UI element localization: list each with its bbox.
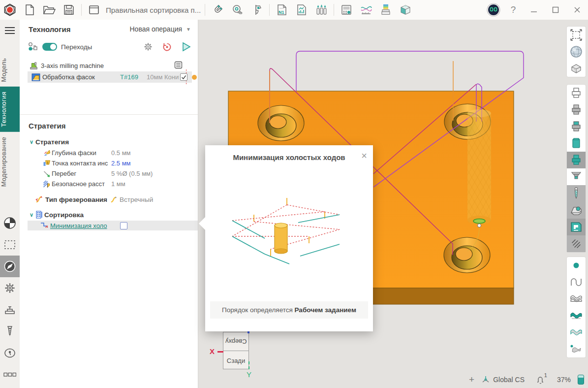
fit-view-button[interactable]	[567, 27, 586, 43]
collapse-chevron-icon[interactable]: ∨	[28, 212, 35, 218]
operation-checkbox[interactable]	[180, 73, 187, 81]
view-cube-dot	[248, 331, 249, 333]
milling-type-row[interactable]: Тип фрезерования Встречный	[20, 193, 198, 206]
open-file-button[interactable]	[39, 1, 59, 19]
tab-technology[interactable]: Технология	[0, 87, 20, 132]
compass-tool-icon[interactable]	[0, 256, 20, 277]
iso-view-box-button[interactable]	[567, 60, 586, 77]
close-button[interactable]	[566, 1, 588, 19]
more-options-icon[interactable]	[0, 364, 20, 386]
shaded-view-globe-button[interactable]	[567, 43, 586, 60]
stock-empty-button[interactable]	[567, 85, 586, 101]
ai-assistant-button[interactable]	[484, 1, 503, 19]
right-rail	[565, 20, 588, 388]
minimize-idle-moves-checkbox[interactable]	[120, 222, 127, 229]
toolbar-separator	[269, 4, 270, 16]
flag-teal-button[interactable]	[567, 307, 586, 324]
popup-footer-text: Порядок определяется	[222, 306, 293, 314]
view-top-label: Сверху	[225, 338, 247, 345]
stock-cone-button[interactable]	[567, 168, 586, 185]
fixture-part-button[interactable]	[567, 202, 586, 219]
point-marker-button[interactable]	[567, 257, 586, 274]
popup-close-icon[interactable]: ×	[361, 150, 367, 162]
drill-tool-button[interactable]	[567, 185, 586, 202]
param-overrun[interactable]: Перебег 5 %Ø (0.5 мм)	[20, 168, 198, 179]
axis-x-label: X	[210, 347, 215, 356]
quadrant-circle-icon[interactable]	[0, 212, 20, 234]
save-file-button[interactable]	[59, 1, 79, 19]
caliper-button[interactable]	[247, 1, 267, 19]
contact-point-icon	[42, 160, 52, 167]
param-label: Перебег	[52, 170, 111, 177]
transitions-toggle[interactable]	[42, 43, 57, 51]
calculator-button[interactable]	[337, 1, 356, 19]
run-simulation-play-icon[interactable]	[181, 42, 191, 52]
status-bar: + Global CS 1 37%	[469, 374, 584, 385]
machine-simulation-button[interactable]	[567, 219, 586, 235]
notifications-button[interactable]: 1	[535, 375, 545, 385]
tool-bit-icon[interactable]	[0, 321, 20, 342]
nc-program-button[interactable]: N1	[272, 1, 292, 19]
stock-selected-button[interactable]	[567, 152, 586, 168]
technology-panel: Технология Новая операция ▼ Переходы 3-a…	[20, 20, 198, 388]
collapse-chevron-icon[interactable]: ∨	[28, 139, 35, 145]
coordinate-system-selector[interactable]: Global CS	[481, 375, 525, 384]
app-logo-icon[interactable]	[0, 1, 20, 19]
machine-tree-row[interactable]: 3-axis milling machine	[20, 60, 198, 71]
selection-frame-icon[interactable]	[0, 234, 20, 256]
app-window: { "topbar": { "doc_title": "Правильная с…	[0, 0, 588, 388]
view-back-face[interactable]: Сзади	[223, 351, 248, 370]
gauge-icon[interactable]	[0, 342, 20, 364]
settings-gear-icon[interactable]	[0, 277, 20, 299]
measure-tape-button[interactable]	[227, 1, 247, 19]
view-cube[interactable]: Сверху Сзади	[223, 332, 249, 369]
strategy-group-row[interactable]: ∨ Стратегия	[20, 136, 198, 148]
help-button[interactable]: ?	[503, 1, 523, 19]
minimize-idle-moves-link[interactable]: Минимизация холо	[50, 222, 107, 229]
strategy-group-label: Стратегия	[35, 138, 69, 146]
document-title[interactable]: Правильная сортировка п...	[106, 6, 202, 14]
stock-box-button[interactable]	[396, 1, 415, 19]
report-chart-button[interactable]	[292, 1, 311, 19]
stock-gray-button[interactable]	[567, 101, 586, 118]
machining-graph-button[interactable]	[356, 1, 376, 19]
operation-tree-row[interactable]: Обработка фасок T#169 10мм Конич	[28, 71, 192, 83]
param-chamfer-depth[interactable]: Глубина фаски 0.5 мм	[20, 148, 198, 158]
view-back-label: Сзади	[227, 357, 245, 364]
sorting-group-row[interactable]: ∨ Сортировка	[20, 209, 198, 221]
tab-model[interactable]: Модель	[0, 53, 20, 87]
param-contact-point[interactable]: Точка контакта инс 2.5 мм	[20, 158, 198, 168]
recalculate-icon[interactable]	[162, 42, 172, 52]
document-tab-icon[interactable]	[84, 1, 104, 19]
minimize-idle-moves-row[interactable]: Минимизация холо	[28, 221, 198, 230]
maximize-button[interactable]	[545, 1, 566, 19]
curve-button[interactable]	[567, 274, 586, 291]
operation-tool-name: 10мм Конич	[147, 73, 179, 81]
milling-type-icon	[34, 195, 43, 204]
svg-text:N1: N1	[279, 10, 284, 15]
milling-type-label: Тип фрезерования	[45, 196, 107, 203]
flag-gray-teal-button[interactable]	[567, 324, 586, 341]
stock-teal-top-button[interactable]	[567, 118, 586, 135]
view-top-face[interactable]: Сверху	[223, 332, 248, 351]
magnet-snap-button[interactable]	[208, 1, 227, 19]
operation-list-icon[interactable]	[174, 61, 183, 69]
operation-settings-gear-icon[interactable]	[143, 42, 153, 52]
param-safe-distance[interactable]: Безопасное расст 1 мм	[20, 179, 198, 189]
tool-library-button[interactable]	[311, 1, 331, 19]
main-menu-button[interactable]	[0, 22, 20, 39]
minimize-button[interactable]	[523, 1, 545, 19]
add-cs-button[interactable]: +	[469, 374, 474, 385]
waves-button[interactable]	[567, 291, 586, 307]
new-operation-dropdown[interactable]: Новая операция ▼	[130, 25, 191, 33]
left-rail: Модель Технология Моделирование	[0, 20, 20, 388]
stock-teal-full-button[interactable]	[567, 135, 586, 152]
operations-tree: 3-axis milling machine Обработка фасок T…	[20, 60, 198, 83]
workbench-icon[interactable]	[0, 299, 20, 321]
tab-simulation[interactable]: Моделирование	[0, 132, 20, 192]
param-label: Точка контакта инс	[52, 160, 111, 167]
hatch-section-button[interactable]	[567, 235, 586, 252]
additive-printer-button[interactable]	[376, 1, 396, 19]
flag-point-button[interactable]	[567, 341, 586, 357]
new-file-button[interactable]	[20, 1, 39, 19]
